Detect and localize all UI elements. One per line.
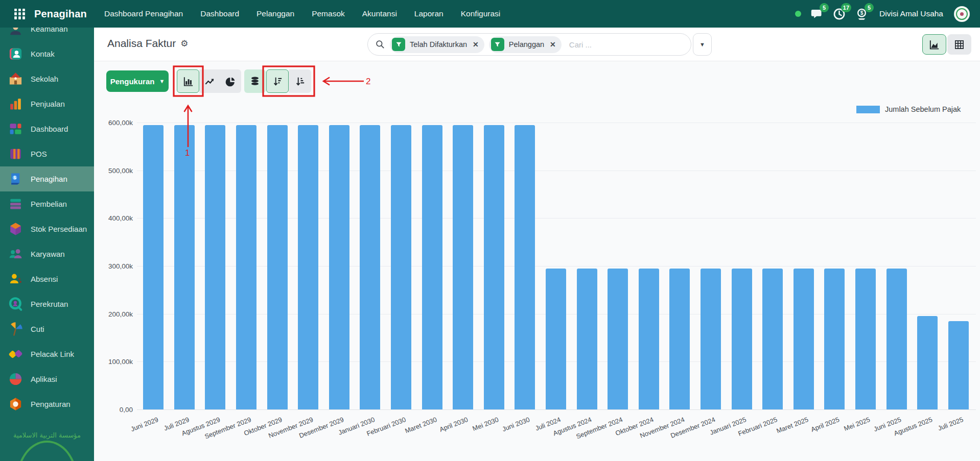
bar-maret-2025[interactable] [794,269,814,409]
remove-filter-icon[interactable]: ✕ [550,40,556,48]
sales-money-icon[interactable]: $ 5 [855,7,869,21]
bar-april-2025[interactable] [824,269,845,409]
inventory-icon [8,221,24,237]
bar-juni-2030[interactable] [515,125,535,409]
stacked-toggle-button[interactable] [244,69,266,93]
gridline [137,171,976,171]
nav-item-dashboard-penagihan[interactable]: Dashboard Penagihan [104,9,183,18]
bar-juni-2029[interactable] [143,125,164,409]
bar-agustus-2025[interactable] [917,316,938,409]
chart-legend[interactable]: Jumlah Sebelum Pajak [856,105,961,113]
sidebar-item-kontak[interactable]: Kontak [0,41,94,66]
company-name[interactable]: Divisi Amal Usaha [879,9,943,18]
school-icon [8,71,24,87]
nav-item-laporan[interactable]: Laporan [414,9,444,18]
remove-filter-icon[interactable]: ✕ [473,40,479,48]
sidebar-item-perekrutan[interactable]: Perekrutan [0,292,94,317]
app-name[interactable]: Penagihan [34,8,87,20]
sidebar-item-pengaturan[interactable]: Pengaturan [0,392,94,417]
sort-ascending-button[interactable] [289,69,311,93]
bar-agustus-2029[interactable] [205,125,225,409]
bar-juli-2029[interactable] [174,125,195,409]
bar-september-2024[interactable] [608,269,628,409]
filter-chip-invoiced[interactable]: Telah Difakturkan ✕ [390,36,484,53]
graph-view-button[interactable] [922,34,946,55]
organization-logo: مؤسسة التربية الاسلامية [0,431,94,461]
bar-september-2029[interactable] [236,125,256,409]
view-switcher [922,34,971,55]
bar-juli-2024[interactable] [546,269,566,409]
bar-januari-2025[interactable] [732,269,752,409]
sidebar-item-stok-persediaan[interactable]: Stok Persediaan [0,216,94,241]
search-options-dropdown[interactable]: ▼ [693,33,712,56]
bar-desember-2029[interactable] [329,125,349,409]
stacked-layers-icon [249,76,261,87]
dashboard-icon [8,121,24,137]
filter-chip-customer[interactable]: Pelanggan ✕ [489,36,562,53]
measures-button[interactable]: Pengukuran ▼ [106,70,169,92]
bar-agustus-2024[interactable] [577,269,597,409]
pie-chart-button[interactable] [220,69,241,93]
organization-logo-text: مؤسسة التربية الاسلامية [0,431,94,439]
sidebar-item-dashboard[interactable]: Dashboard [0,116,94,141]
bar-mei-2025[interactable] [855,269,876,409]
bar-mei-2030[interactable] [484,125,504,409]
bar-juli-2025[interactable] [948,321,969,409]
y-axis-tick-label: 300,00k [95,262,133,270]
x-axis-tick-label: Juli 2025 [937,416,964,432]
gridline [137,409,976,410]
search-placeholder[interactable]: Cari ... [569,40,592,49]
apps-menu-icon[interactable] [14,9,25,19]
bar-maret-2030[interactable] [422,125,442,409]
sidebar-item-pos[interactable]: POS [0,141,94,166]
sidebar-item-penjualan[interactable]: Penjualan [0,91,94,116]
bar-oktober-2029[interactable] [267,125,288,409]
pivot-view-button[interactable] [947,34,971,55]
messages-icon[interactable]: 5 [810,7,824,21]
sidebar-item-label: Karyawan [31,250,65,258]
bar-februari-2025[interactable] [762,269,783,409]
activities-clock-icon[interactable]: 17 [832,7,846,21]
bar-november-2024[interactable] [669,269,690,409]
sidebar-item-penagihan[interactable]: $Penagihan [0,166,94,191]
sidebar-item-karyawan[interactable]: Karyawan [0,241,94,266]
sidebar-item-pelacak-link[interactable]: Pelacak Link [0,342,94,367]
nav-item-konfigurasi[interactable]: Konfigurasi [461,9,501,18]
nav-item-pemasok[interactable]: Pemasok [312,9,345,18]
search-bar[interactable]: Telah Difakturkan ✕ Pelanggan ✕ Cari ... [367,33,691,56]
bar-desember-2024[interactable] [701,269,721,409]
bar-februari-2030[interactable] [391,125,411,409]
nav-item-akuntansi[interactable]: Akuntansi [362,9,397,18]
x-axis-tick-label: April 2025 [810,416,841,433]
sidebar-item-keamanan[interactable]: Keamanan [0,28,94,41]
security-guard-icon [8,28,24,37]
area-chart-icon [928,39,940,51]
sidebar-item-pembelian[interactable]: Pembelian [0,191,94,216]
y-axis-tick-label: 0,00 [95,406,133,414]
search-icon [375,39,385,50]
bar-januari-2030[interactable] [360,125,380,409]
sidebar-item-aplikasi[interactable]: Aplikasi [0,367,94,392]
sidebar-item-label: Absensi [31,275,58,283]
sort-descending-button[interactable] [266,69,289,93]
bar-juni-2025[interactable] [886,269,907,409]
sidebar-item-absensi[interactable]: Absensi [0,266,94,292]
line-chart-button[interactable] [199,69,220,93]
gridline [137,266,976,266]
user-avatar[interactable] [954,6,970,22]
bar-oktober-2024[interactable] [639,269,659,409]
navbar-right: 5 17 $ 5 Divisi Amal Usaha [795,6,972,22]
sidebar-item-sekolah[interactable]: Sekolah [0,66,94,91]
bar-chart-button[interactable] [177,69,199,93]
nav-item-pelanggan[interactable]: Pelanggan [256,9,294,18]
gridline [137,218,976,219]
sidebar-item-label: Perekrutan [31,300,68,308]
timeoff-icon [8,321,24,337]
bar-november-2029[interactable] [298,125,318,409]
gear-icon[interactable]: ⚙ [180,39,188,48]
sidebar-item-cuti[interactable]: Cuti [0,317,94,342]
nav-item-dashboard[interactable]: Dashboard [200,9,239,18]
sort-group [266,69,311,93]
sales-icon [8,96,24,112]
bar-april-2030[interactable] [453,125,473,409]
